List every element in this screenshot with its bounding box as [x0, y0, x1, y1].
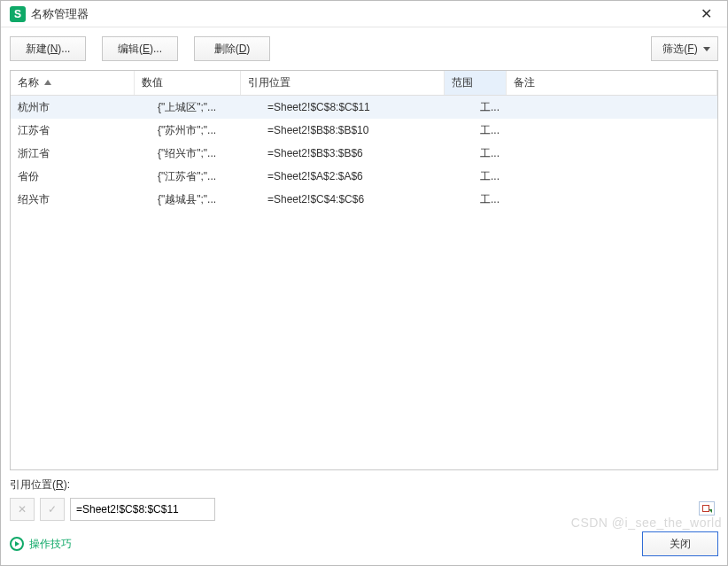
col-comment[interactable]: 备注	[507, 71, 717, 95]
cell-scope: 工...	[445, 188, 507, 211]
cell-scope: 工...	[445, 96, 507, 119]
range-picker-icon[interactable]	[699, 501, 715, 516]
cell-scope: 工...	[445, 165, 507, 188]
cell-name: 江苏省	[11, 119, 135, 142]
cancel-ref-button[interactable]: ✕	[10, 498, 35, 521]
footer: 操作技巧 关闭	[1, 524, 727, 565]
col-scope[interactable]: 范围	[445, 71, 507, 95]
table-row[interactable]: 浙江省{"绍兴市";"...=Sheet2!$B$3:$B$6工...	[11, 142, 717, 165]
play-icon	[10, 537, 24, 551]
cell-comment	[507, 165, 717, 188]
cell-refers-to: =Sheet2!$B$8:$B$10	[241, 119, 445, 142]
cell-comment	[507, 142, 717, 165]
delete-button[interactable]: 删除(D)	[194, 36, 270, 61]
window-title: 名称管理器	[31, 6, 688, 22]
title-bar: S 名称管理器 ✕	[1, 1, 727, 27]
filter-button[interactable]: 筛选(F)	[651, 36, 718, 61]
edit-button[interactable]: 编辑(E)...	[102, 36, 178, 61]
cell-comment	[507, 96, 717, 119]
cell-value: {"上城区";"...	[135, 96, 241, 119]
refers-to-section: 引用位置(R): ✕ ✓	[1, 470, 727, 524]
cell-refers-to: =Sheet2!$A$2:$A$6	[241, 165, 445, 188]
cell-name: 浙江省	[11, 142, 135, 165]
close-icon[interactable]: ✕	[688, 1, 724, 27]
table-header: 名称 数值 引用位置 范围 备注	[11, 71, 717, 96]
app-icon: S	[10, 6, 26, 22]
cell-scope: 工...	[445, 142, 507, 165]
col-name-label: 名称	[18, 75, 39, 90]
col-value[interactable]: 数值	[135, 71, 241, 95]
table-row[interactable]: 杭州市{"上城区";"...=Sheet2!$C$8:$C$11工...	[11, 96, 717, 119]
refers-to-label: 引用位置(R):	[10, 477, 718, 492]
sort-asc-icon	[44, 80, 51, 85]
cell-refers-to: =Sheet2!$C$4:$C$6	[241, 188, 445, 211]
confirm-ref-button[interactable]: ✓	[40, 498, 65, 521]
cell-value: {"苏州市";"...	[135, 119, 241, 142]
new-button[interactable]: 新建(N)...	[10, 36, 86, 61]
names-table: 名称 数值 引用位置 范围 备注 杭州市{"上城区";"...=Sheet2!$…	[10, 70, 718, 470]
cell-comment	[507, 188, 717, 211]
cell-name: 省份	[11, 165, 135, 188]
cell-value: {"绍兴市";"...	[135, 142, 241, 165]
cell-value: {"越城县";"...	[135, 188, 241, 211]
close-button[interactable]: 关闭	[642, 531, 718, 556]
col-name[interactable]: 名称	[11, 71, 135, 95]
table-row[interactable]: 省份{"江苏省";"...=Sheet2!$A$2:$A$6工...	[11, 165, 717, 188]
cell-refers-to: =Sheet2!$B$3:$B$6	[241, 142, 445, 165]
table-body: 杭州市{"上城区";"...=Sheet2!$C$8:$C$11工...江苏省{…	[11, 96, 717, 211]
tips-link[interactable]: 操作技巧	[29, 537, 72, 552]
cell-refers-to: =Sheet2!$C$8:$C$11	[241, 96, 445, 119]
refers-to-input[interactable]	[70, 498, 215, 521]
table-row[interactable]: 江苏省{"苏州市";"...=Sheet2!$B$8:$B$10工...	[11, 119, 717, 142]
col-refers-to[interactable]: 引用位置	[241, 71, 445, 95]
cell-name: 绍兴市	[11, 188, 135, 211]
cell-value: {"江苏省";"...	[135, 165, 241, 188]
cell-comment	[507, 119, 717, 142]
table-row[interactable]: 绍兴市{"越城县";"...=Sheet2!$C$4:$C$6工...	[11, 188, 717, 211]
toolbar: 新建(N)... 编辑(E)... 删除(D) 筛选(F)	[1, 27, 727, 70]
cell-name: 杭州市	[11, 96, 135, 119]
chevron-down-icon	[703, 47, 710, 51]
cell-scope: 工...	[445, 119, 507, 142]
